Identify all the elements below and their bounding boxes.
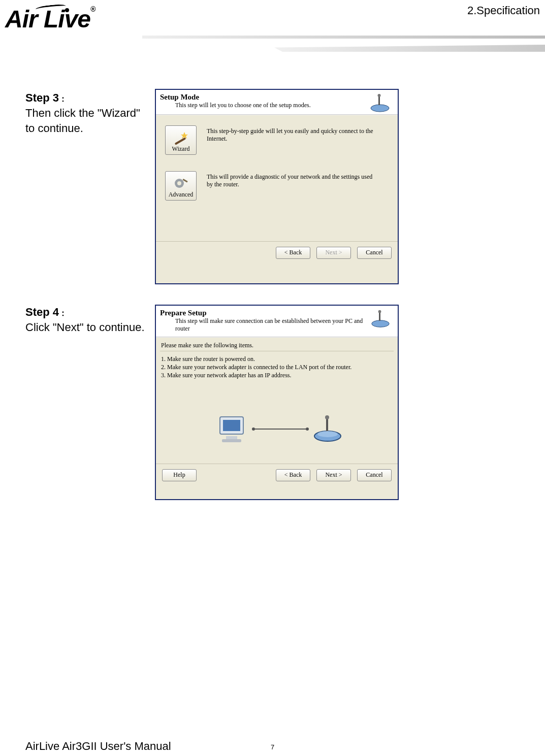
step4-label: Step 4 bbox=[25, 306, 59, 318]
svg-rect-16 bbox=[326, 418, 328, 432]
svg-point-2 bbox=[378, 94, 381, 97]
section-title: 2.Specification bbox=[467, 4, 540, 17]
svg-rect-12 bbox=[223, 420, 240, 431]
svg-rect-14 bbox=[222, 439, 241, 442]
svg-rect-13 bbox=[226, 436, 237, 439]
dialog1-subtitle: This step will let you to choose one of … bbox=[160, 102, 311, 112]
brand-logo: Air Live ® bbox=[5, 5, 142, 61]
prepare-item-1: 1. Make sure the router is powered on. bbox=[161, 355, 351, 363]
advanced-description: This will provide a diagnostic of your n… bbox=[207, 173, 379, 188]
wizard-button-label: Wizard bbox=[172, 145, 190, 153]
back-button[interactable]: < Back bbox=[276, 469, 310, 481]
gear-icon bbox=[172, 176, 189, 191]
step4-colon: ： bbox=[59, 309, 67, 317]
prepare-item-3: 3. Make sure your network adapter has an… bbox=[161, 371, 351, 379]
wand-icon bbox=[172, 130, 189, 145]
dialog2-title: Prepare Setup bbox=[160, 309, 369, 317]
cancel-button[interactable]: Cancel bbox=[357, 469, 392, 481]
router-icon bbox=[368, 93, 392, 113]
router-icon bbox=[369, 309, 392, 329]
svg-marker-4 bbox=[181, 132, 188, 139]
next-button-disabled: Next > bbox=[316, 247, 351, 259]
back-button[interactable]: < Back bbox=[276, 247, 310, 259]
wizard-button[interactable]: Wizard bbox=[165, 125, 197, 155]
svg-point-0 bbox=[371, 105, 389, 112]
setup-mode-dialog: Setup Mode This step will let you to cho… bbox=[155, 89, 399, 284]
pc-router-illustration bbox=[217, 409, 344, 449]
dialog2-subtitle: This step will make sure connection can … bbox=[160, 317, 369, 336]
cable-icon bbox=[253, 429, 307, 430]
help-button[interactable]: Help bbox=[162, 469, 197, 481]
next-button[interactable]: Next > bbox=[316, 469, 351, 481]
prepare-item-2: 2. Make sure your network adapter is con… bbox=[161, 363, 351, 371]
monitor-icon bbox=[217, 414, 249, 444]
svg-rect-9 bbox=[379, 312, 380, 321]
advanced-button-label: Advanced bbox=[169, 191, 194, 199]
svg-rect-3 bbox=[175, 137, 186, 145]
advanced-button[interactable]: Advanced bbox=[165, 171, 197, 201]
step3-colon: ： bbox=[59, 94, 67, 103]
step3-label: Step 3 bbox=[25, 91, 59, 104]
svg-point-8 bbox=[372, 320, 389, 327]
prepare-setup-dialog: Prepare Setup This step will make sure c… bbox=[155, 305, 399, 500]
step3-body: Then click the "Wizard" to continue. bbox=[25, 106, 142, 136]
router-device-icon bbox=[311, 414, 344, 444]
header-divider bbox=[142, 36, 545, 39]
header-divider-accent bbox=[274, 45, 545, 52]
wizard-description: This step-by-step guide will let you eas… bbox=[207, 127, 379, 143]
svg-point-18 bbox=[317, 431, 338, 437]
divider bbox=[160, 351, 394, 351]
registered-icon: ® bbox=[90, 5, 95, 13]
dialog1-title: Setup Mode bbox=[160, 93, 311, 102]
step4-body: Click "Next" to continue. bbox=[25, 320, 152, 335]
footer-manual-title: AirLive Air3GII User's Manual bbox=[25, 740, 171, 753]
svg-point-10 bbox=[378, 310, 381, 313]
svg-point-17 bbox=[325, 415, 329, 419]
cancel-button[interactable]: Cancel bbox=[357, 247, 392, 259]
svg-point-6 bbox=[177, 181, 181, 185]
prepare-intro: Please make sure the following items. bbox=[161, 342, 253, 349]
svg-rect-1 bbox=[378, 96, 380, 105]
page-number: 7 bbox=[271, 743, 274, 751]
